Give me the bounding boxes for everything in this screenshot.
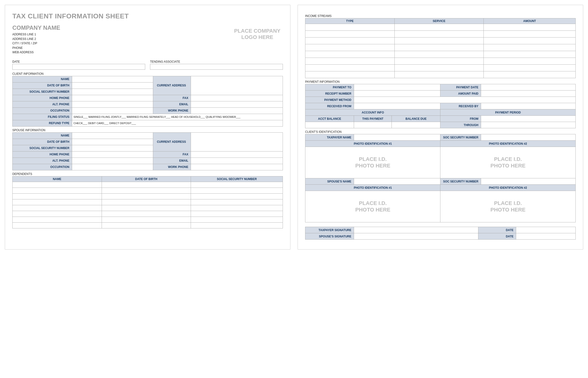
spouse-home-phone-input[interactable] (72, 151, 153, 158)
income-cell[interactable] (484, 44, 576, 51)
client-ssn-input[interactable] (72, 89, 153, 95)
through-input[interactable] (481, 122, 576, 128)
spouse-photo-1-placeholder[interactable]: PLACE I.D.PHOTO HERE (305, 191, 441, 222)
dep-cell[interactable] (191, 211, 283, 216)
spouse-name-input[interactable] (72, 132, 153, 139)
dep-cell[interactable] (102, 182, 191, 188)
spouse-email-input[interactable] (191, 158, 283, 164)
income-cell[interactable] (484, 65, 576, 71)
spouse-current-address-input[interactable] (191, 132, 283, 151)
taxpayer-signature-input[interactable] (354, 227, 478, 233)
spouse-alt-phone-input[interactable] (72, 158, 153, 164)
income-cell[interactable] (394, 65, 484, 71)
this-payment-input[interactable] (354, 122, 392, 128)
filing-status-options[interactable]: SINGLE___ MARRIED FILING JOINTLY___ MARR… (72, 114, 283, 120)
client-work-phone-input[interactable] (191, 108, 283, 114)
income-cell[interactable] (394, 44, 484, 51)
tending-associate-input[interactable] (150, 64, 283, 70)
balance-due-input[interactable] (392, 122, 441, 128)
income-cell[interactable] (484, 38, 576, 44)
received-from-input[interactable] (354, 103, 441, 109)
income-cell[interactable] (484, 58, 576, 65)
dep-cell[interactable] (13, 188, 102, 193)
dep-cell[interactable] (102, 222, 191, 228)
spouse-signature-input[interactable] (354, 233, 478, 240)
dep-cell[interactable] (191, 188, 283, 193)
dep-cell[interactable] (13, 216, 102, 222)
filing-status-label: FILING STATUS (13, 114, 72, 120)
refund-type-options[interactable]: CHECK___ DEBIT CARD___ DIRECT DEPOSIT___ (72, 120, 283, 126)
dep-cell[interactable] (191, 199, 283, 205)
spouse-sig-date-input[interactable] (516, 233, 576, 240)
income-cell[interactable] (305, 71, 395, 78)
client-fax-input[interactable] (191, 95, 283, 101)
acct-balance-input[interactable] (305, 122, 354, 128)
income-cell[interactable] (394, 71, 484, 78)
taxpayer-photo-2-placeholder[interactable]: PLACE I.D.PHOTO HERE (441, 147, 576, 178)
client-fax-label: FAX (153, 95, 191, 101)
dep-cell[interactable] (191, 222, 283, 228)
dep-cell[interactable] (13, 205, 102, 211)
from-input[interactable] (481, 116, 576, 122)
spouse-ssn-input[interactable] (72, 145, 153, 151)
income-cell[interactable] (484, 31, 576, 38)
client-current-address-input[interactable] (191, 76, 283, 95)
spouse-name-id-input[interactable] (354, 178, 441, 185)
spouse-ssn-id-input[interactable] (481, 178, 576, 185)
dep-cell[interactable] (191, 193, 283, 199)
income-cell[interactable] (305, 24, 395, 31)
spouse-work-phone-input[interactable] (191, 164, 283, 170)
dep-cell[interactable] (13, 211, 102, 216)
income-cell[interactable] (305, 58, 395, 65)
client-home-phone-input[interactable] (72, 95, 153, 101)
client-dob-input[interactable] (72, 82, 153, 89)
dep-cell[interactable] (13, 182, 102, 188)
spouse-occupation-input[interactable] (72, 164, 153, 170)
payment-method-input[interactable] (354, 97, 576, 103)
taxpayer-ssn-input[interactable] (481, 134, 576, 141)
income-cell[interactable] (305, 51, 395, 58)
dep-cell[interactable] (13, 222, 102, 228)
client-email-input[interactable] (191, 101, 283, 108)
date-input[interactable] (12, 64, 145, 70)
dep-cell[interactable] (13, 193, 102, 199)
payment-period-header: PAYMENT PERIOD (441, 109, 576, 116)
income-cell[interactable] (394, 31, 484, 38)
spouse-fax-input[interactable] (191, 151, 283, 158)
spouse-photo-2-placeholder[interactable]: PLACE I.D.PHOTO HERE (441, 191, 576, 222)
received-by-input[interactable] (481, 103, 576, 109)
income-cell[interactable] (305, 31, 395, 38)
spouse-dob-input[interactable] (72, 139, 153, 145)
client-alt-phone-input[interactable] (72, 101, 153, 108)
payment-date-input[interactable] (481, 84, 576, 91)
taxpayer-sig-date-input[interactable] (516, 227, 576, 233)
dep-cell[interactable] (13, 199, 102, 205)
receipt-number-input[interactable] (354, 91, 441, 97)
dep-cell[interactable] (102, 188, 191, 193)
dep-cell[interactable] (102, 193, 191, 199)
income-service-header: SERVICE (394, 18, 484, 24)
client-occupation-input[interactable] (72, 108, 153, 114)
income-cell[interactable] (305, 44, 395, 51)
income-cell[interactable] (305, 38, 395, 44)
income-cell[interactable] (484, 51, 576, 58)
dep-cell[interactable] (191, 216, 283, 222)
income-cell[interactable] (394, 51, 484, 58)
dep-cell[interactable] (102, 199, 191, 205)
dep-cell[interactable] (102, 205, 191, 211)
taxpayer-photo-1-placeholder[interactable]: PLACE I.D.PHOTO HERE (305, 147, 441, 178)
income-cell[interactable] (394, 58, 484, 65)
dep-cell[interactable] (102, 216, 191, 222)
income-cell[interactable] (394, 24, 484, 31)
client-name-input[interactable] (72, 76, 153, 82)
income-cell[interactable] (305, 65, 395, 71)
dep-cell[interactable] (102, 211, 191, 216)
amount-paid-input[interactable] (481, 91, 576, 97)
income-cell[interactable] (484, 71, 576, 78)
dep-cell[interactable] (191, 205, 283, 211)
taxpayer-name-input[interactable] (354, 134, 441, 141)
dep-cell[interactable] (191, 182, 283, 188)
income-cell[interactable] (484, 24, 576, 31)
payment-to-input[interactable] (354, 84, 441, 91)
income-cell[interactable] (394, 38, 484, 44)
